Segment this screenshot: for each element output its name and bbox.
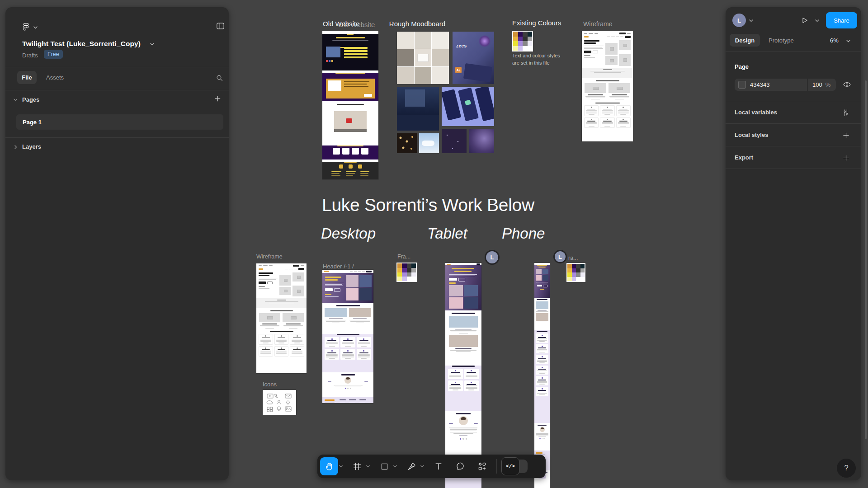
heading-desktop[interactable]: Desktop bbox=[321, 225, 376, 242]
fra-desktop-palette[interactable] bbox=[396, 263, 417, 282]
pages-header[interactable]: Pages bbox=[22, 96, 39, 103]
frame-label-fra-phone[interactable]: ra... bbox=[568, 255, 578, 261]
add-style-button[interactable] bbox=[840, 129, 852, 141]
collaborator-avatar-tablet[interactable]: L bbox=[485, 250, 500, 265]
rough-moodboard-collage[interactable]: zees Aa bbox=[397, 32, 494, 153]
frame-label-wireframe-desktop[interactable]: Wireframe bbox=[256, 253, 283, 260]
sidebar-toggle-icon bbox=[216, 22, 225, 30]
palette-swatch bbox=[411, 277, 416, 281]
palette-swatch bbox=[513, 32, 518, 37]
color-swatch[interactable] bbox=[738, 81, 746, 89]
frame-label-header[interactable]: Header /-1 / bbox=[323, 263, 354, 270]
palette-swatch bbox=[523, 46, 528, 51]
tab-assets[interactable]: Assets bbox=[46, 74, 64, 81]
hand-tool-chevron[interactable] bbox=[339, 465, 343, 468]
breadcrumb-drafts[interactable]: Drafts bbox=[22, 52, 38, 59]
palette-swatch bbox=[513, 37, 518, 42]
tab-design[interactable]: Design bbox=[730, 34, 760, 47]
search-button[interactable] bbox=[212, 71, 226, 84]
wireframe-top-thumbnail[interactable] bbox=[582, 31, 633, 141]
plan-badge[interactable]: Free bbox=[44, 50, 63, 59]
tab-file[interactable]: File bbox=[17, 71, 37, 84]
shape-tool-chevron[interactable] bbox=[393, 465, 397, 468]
collaborator-avatar-phone[interactable]: L bbox=[553, 250, 567, 263]
dev-mode-icon: </> bbox=[506, 464, 515, 469]
plus-icon bbox=[843, 155, 849, 161]
opacity-value[interactable]: 100 bbox=[812, 81, 822, 88]
page-color-input[interactable]: 434343 bbox=[735, 79, 807, 91]
color-hex-value[interactable]: 434343 bbox=[750, 81, 769, 88]
palette-swatch bbox=[407, 277, 411, 281]
wireframe-desktop-thumbnail[interactable] bbox=[256, 263, 307, 373]
present-button[interactable] bbox=[798, 14, 811, 27]
search-icon bbox=[216, 74, 223, 82]
hand-tool-button[interactable] bbox=[320, 457, 338, 475]
zoom-level[interactable]: 6% bbox=[830, 37, 839, 44]
frame-tool-button[interactable] bbox=[348, 457, 366, 475]
palette-swatch bbox=[402, 268, 406, 272]
old-website-thumbnail[interactable] bbox=[322, 31, 378, 179]
zoom-chevron[interactable] bbox=[846, 40, 850, 42]
palette-swatch bbox=[407, 263, 411, 268]
pen-tool-chevron[interactable] bbox=[420, 465, 424, 468]
frame-label-fra-desktop[interactable]: Fra... bbox=[397, 253, 410, 260]
frame-label-existing-colours[interactable]: Existing Colours bbox=[512, 19, 561, 27]
right-sidebar-panel: L Share Design Prototype 6% Page 434343 … bbox=[726, 7, 861, 480]
frame-label-wireframe-top[interactable]: Wireframe bbox=[583, 20, 613, 28]
page-opacity-input[interactable]: 100 % bbox=[808, 79, 836, 91]
tab-prototype[interactable]: Prototype bbox=[769, 37, 794, 44]
page-section-label: Page bbox=[735, 63, 749, 70]
add-page-button[interactable] bbox=[212, 94, 222, 103]
actions-icon bbox=[477, 462, 487, 471]
text-icon bbox=[434, 462, 443, 471]
text-tool-button[interactable] bbox=[429, 457, 448, 475]
palette-swatch bbox=[411, 268, 416, 272]
heading-phone[interactable]: Phone bbox=[502, 225, 545, 242]
comment-tool-button[interactable] bbox=[451, 457, 469, 475]
pages-collapse-chevron[interactable] bbox=[14, 99, 17, 101]
header-design-thumbnail[interactable] bbox=[322, 270, 373, 403]
panel-toggle-button[interactable] bbox=[213, 19, 227, 33]
user-avatar[interactable]: L bbox=[732, 14, 746, 27]
present-chevron[interactable] bbox=[815, 19, 819, 22]
zees-text: zees bbox=[456, 43, 467, 48]
page-list-item-selected[interactable]: Page 1 bbox=[16, 114, 223, 130]
sliders-icon bbox=[842, 109, 849, 117]
avatar-chevron[interactable] bbox=[749, 19, 753, 22]
divider bbox=[5, 67, 229, 67]
bottom-toolbar: </> bbox=[317, 455, 546, 478]
dev-mode-toggle[interactable]: </> bbox=[501, 457, 528, 475]
figma-menu-button[interactable] bbox=[21, 21, 31, 32]
vertical-scrollbar[interactable] bbox=[865, 80, 867, 439]
export-row[interactable]: Export bbox=[726, 146, 861, 169]
frame-label-old-website[interactable]: Old Website bbox=[323, 20, 359, 28]
open-variables-button[interactable] bbox=[840, 106, 852, 119]
frame-label-rough-moodboard[interactable]: Rough Moodboard bbox=[383, 20, 451, 28]
file-menu-chevron[interactable] bbox=[33, 26, 38, 29]
actions-button[interactable] bbox=[473, 457, 491, 475]
heading-main[interactable]: Luke Sorrenti’s Work Below bbox=[322, 195, 534, 215]
frame-label-icons[interactable]: Icons bbox=[263, 381, 277, 388]
existing-colours-palette[interactable] bbox=[512, 31, 533, 52]
moodboard-sky-tile bbox=[419, 133, 439, 153]
palette-swatch bbox=[576, 268, 580, 273]
share-button[interactable]: Share bbox=[826, 12, 857, 28]
file-title-chevron[interactable] bbox=[150, 43, 154, 46]
pen-tool-button[interactable] bbox=[402, 457, 420, 475]
add-export-button[interactable] bbox=[840, 151, 852, 164]
palette-swatch bbox=[528, 37, 533, 42]
file-title[interactable]: Twilight Test (Luke_Sorrenti_Copy) bbox=[22, 40, 141, 48]
heading-tablet[interactable]: Tablet bbox=[427, 225, 467, 242]
local-variables-row[interactable]: Local variables bbox=[726, 101, 861, 123]
page-color-visibility-button[interactable] bbox=[840, 78, 854, 91]
frame-tool-chevron[interactable] bbox=[366, 465, 370, 468]
help-button[interactable]: ? bbox=[837, 459, 856, 478]
fra-phone-palette[interactable] bbox=[566, 263, 585, 282]
icons-thumbnail[interactable] bbox=[263, 390, 296, 415]
layers-collapse-chevron[interactable] bbox=[14, 145, 17, 149]
moodboard-nebula-tile bbox=[469, 129, 494, 153]
layers-header[interactable]: Layers bbox=[22, 143, 41, 150]
chevron-down-icon bbox=[393, 465, 397, 468]
local-styles-row[interactable]: Local styles bbox=[726, 123, 861, 146]
shape-tool-button[interactable] bbox=[375, 457, 393, 475]
